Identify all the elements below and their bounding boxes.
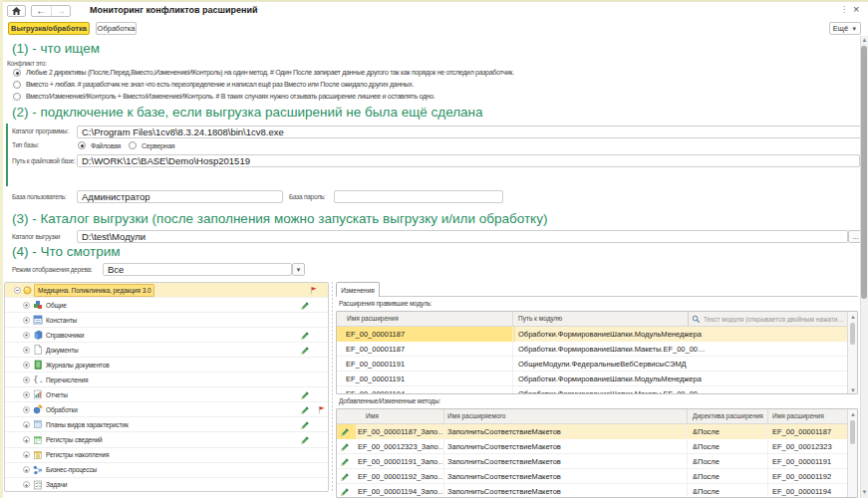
- section4-heading: (4) - Что смотрим: [12, 244, 121, 259]
- scrollbar-thumb[interactable]: [850, 420, 855, 444]
- chevron-down-icon: ▼: [296, 267, 302, 273]
- methods-table-row[interactable]: EF_00_00001192_Запо…ЗаполнитьСоответстви…: [337, 469, 857, 484]
- tree-item-row[interactable]: {.}Перечисления: [5, 373, 328, 387]
- module-text-search[interactable]: Текст модуля (открывается двойным нажати…: [688, 312, 849, 327]
- expand-expander-icon[interactable]: [23, 451, 30, 458]
- dump-process-button[interactable]: Выгрузка/обработка: [8, 22, 90, 35]
- pencil-icon: [340, 427, 350, 437]
- expand-expander-icon[interactable]: [23, 376, 30, 383]
- tree-item-row[interactable]: Отчеты: [5, 387, 328, 402]
- base-password-input[interactable]: [334, 190, 503, 203]
- conflict-option-2[interactable]: Вместо + любая. # разработчик не знал чт…: [13, 79, 514, 91]
- tree-item-label: Задачи: [46, 481, 67, 488]
- pencil-icon: [300, 301, 310, 311]
- scroll-down-icon[interactable]: ▼: [861, 489, 868, 495]
- program-dir-input[interactable]: C:\Program Files\1cv8\8.3.24.1808\bin\1c…: [77, 125, 862, 138]
- cell-module-path: Обработки.ФормированиеШапки.МодульМенедж…: [518, 374, 847, 383]
- extensions-table-label: Расширения правившие модуль:: [339, 300, 432, 307]
- group-accent-line: [6, 124, 8, 186]
- expand-expander-icon[interactable]: [23, 406, 30, 413]
- forward-button[interactable]: →: [51, 6, 71, 16]
- extensions-table-row[interactable]: EF_00_00001191Обработки.ФормированиеШапк…: [337, 372, 857, 386]
- methods-table-row[interactable]: EF_00_00001187_Запо…ЗаполнитьСоответстви…: [337, 424, 857, 439]
- expand-expander-icon[interactable]: [23, 421, 30, 428]
- expand-expander-icon[interactable]: [23, 347, 30, 354]
- scroll-up-icon[interactable]: ▲: [850, 411, 856, 417]
- tree-root-row[interactable]: Медицина. Поликлиника, редакция 3.0: [5, 283, 328, 298]
- scroll-up-icon[interactable]: ▲: [861, 37, 868, 43]
- expand-expander-icon[interactable]: [23, 332, 30, 339]
- methods-table-row[interactable]: EF_00_00012323_Запо…ЗаполнитьСоответстви…: [337, 439, 857, 454]
- expand-expander-icon[interactable]: [23, 302, 30, 309]
- radio-icon[interactable]: [129, 141, 137, 149]
- expand-expander-icon[interactable]: [23, 362, 30, 369]
- tree-item-label: Документы: [46, 347, 79, 354]
- back-button[interactable]: ←: [32, 6, 51, 16]
- pencil-icon: [340, 487, 350, 497]
- pencil-icon: [300, 405, 310, 415]
- extensions-table-row[interactable]: EF_00_00001191ОбщиеМодули.ФедеральныеВеб…: [337, 357, 857, 372]
- tree-item-row[interactable]: Планы видов характеристик: [5, 417, 328, 432]
- tree-mode-select[interactable]: Все: [103, 263, 292, 276]
- tree-item-row[interactable]: Бизнес-процессы: [5, 463, 328, 478]
- tree-mode-label: Режим отображения дерева:: [12, 266, 93, 273]
- tree-item-label: Константы: [46, 317, 77, 324]
- tree-root-selected-cell[interactable]: Медицина. Поликлиника, редакция 3.0: [34, 284, 154, 297]
- collapse-expander-icon[interactable]: [14, 287, 21, 294]
- radio-icon[interactable]: [13, 81, 21, 89]
- cell-extension-name: EF_00_00001191: [346, 374, 510, 383]
- extensions-table-row[interactable]: EF_00_00001194Обработки.ФормированиеШапк…: [337, 386, 857, 394]
- window-menu-icon[interactable]: ⋮: [840, 5, 848, 14]
- radio-selected-icon[interactable]: [13, 69, 21, 77]
- conflict-option-3[interactable]: Вместо/ИзменениеИКонтроль + Вместо/Измен…: [13, 91, 514, 103]
- conflict-options: Любые 2 директивы (После,Перед,Вместо,Из…: [13, 67, 514, 103]
- expand-expander-icon[interactable]: [23, 436, 30, 443]
- scrollbar-thumb[interactable]: [850, 323, 855, 345]
- expand-expander-icon[interactable]: [23, 317, 30, 324]
- extensions-table-row[interactable]: EF_00_00001187Обработки.ФормированиеШапк…: [337, 327, 857, 342]
- tree-item-row[interactable]: Документы: [5, 343, 328, 358]
- tree-item-row[interactable]: Справочники: [5, 328, 328, 343]
- base-type-option-2[interactable]: Серверная: [129, 140, 174, 150]
- base-user-input[interactable]: Администратор: [77, 190, 283, 203]
- window-scrollbar-thumb[interactable]: [861, 46, 867, 299]
- extensions-table-row[interactable]: EF_00_00001187Обработки.ФормированиеШапк…: [337, 342, 857, 357]
- radio-icon[interactable]: [13, 93, 21, 101]
- dump-dir-input[interactable]: D:\test\Модули: [77, 230, 848, 243]
- tasks-icon: [33, 480, 43, 490]
- pencil-icon: [340, 457, 350, 467]
- pencil-icon: [300, 390, 310, 400]
- tree-item-row[interactable]: Задачи: [5, 478, 328, 492]
- panel-splitter[interactable]: [332, 282, 333, 492]
- tree-item-row[interactable]: Обработки: [5, 402, 328, 417]
- methods-table-row[interactable]: EF_00_00001191_Запо…ЗаполнитьСоответстви…: [337, 454, 857, 469]
- methods-table-scrollbar[interactable]: ▲: [847, 409, 857, 498]
- tree-mode-dropdown-button[interactable]: ▼: [292, 263, 305, 276]
- scroll-up-icon[interactable]: ▲: [850, 314, 856, 320]
- tree-item-row[interactable]: Общие: [5, 298, 328, 313]
- conflict-option-1[interactable]: Любые 2 директивы (После,Перед,Вместо,Из…: [13, 67, 514, 79]
- extensions-table-scrollbar[interactable]: ▲▼: [847, 312, 857, 394]
- expand-expander-icon[interactable]: [23, 466, 30, 473]
- expand-expander-icon[interactable]: [23, 481, 30, 488]
- tree-item-row[interactable]: Регистры сведений: [5, 433, 328, 448]
- close-icon[interactable]: ×: [853, 3, 859, 15]
- tab-changes[interactable]: Изменения: [336, 282, 380, 297]
- more-button[interactable]: Ещё▼: [829, 22, 861, 35]
- methods-table-row[interactable]: EF_00_00001194_Запо…ЗаполнитьСоответстви…: [337, 484, 857, 498]
- process-button[interactable]: Обработка: [96, 22, 137, 35]
- radio-selected-icon[interactable]: [78, 141, 86, 149]
- pencil-icon: [340, 427, 350, 437]
- pencil-icon: [340, 487, 350, 497]
- tree-item-row[interactable]: Регистры накопления: [5, 448, 328, 463]
- tree-item-row[interactable]: Константы: [5, 313, 328, 328]
- file-base-input[interactable]: D:\WORK\1C\BASE\Demo\Hosp201519: [77, 154, 860, 167]
- section2-heading: (2) - подключение к базе, если выгрузка …: [12, 105, 483, 120]
- charplans-icon: [33, 419, 43, 429]
- tree-item-row[interactable]: Журналы документов: [5, 358, 328, 373]
- home-button[interactable]: [7, 5, 26, 17]
- expand-expander-icon[interactable]: [23, 391, 30, 398]
- base-type-option-1[interactable]: Файловая: [78, 140, 121, 150]
- base-type-option-label: Файловая: [91, 142, 121, 149]
- scroll-down-icon[interactable]: ▼: [850, 387, 856, 393]
